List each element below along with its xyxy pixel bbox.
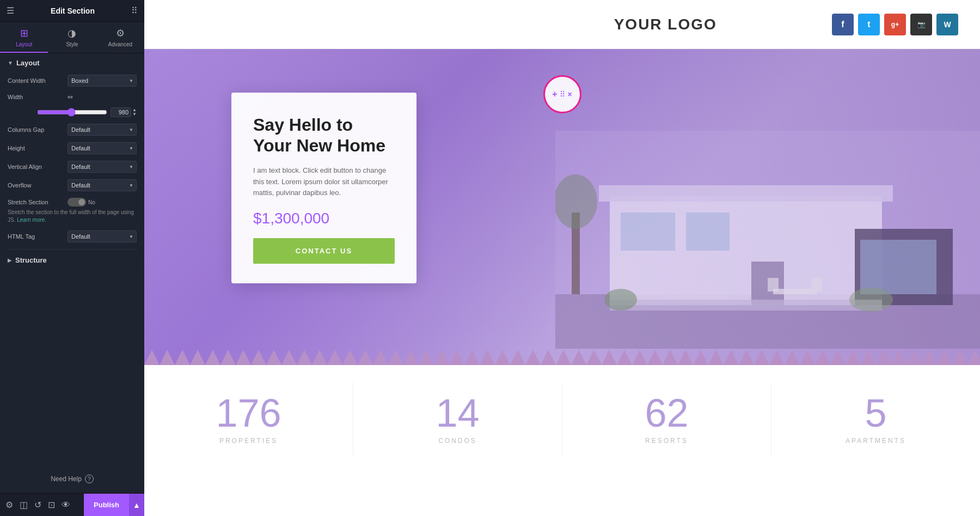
stats-section: 176 PROPERTIES 14 CONDOS 62 RESORTS 5 AP… bbox=[144, 365, 980, 472]
panel-content: ▼ Layout Content Width Boxed Width ⇔ bbox=[0, 53, 144, 516]
layers-icon[interactable]: ◫ bbox=[20, 500, 28, 510]
left-panel: ☰ Edit Section ⠿ ⊞ Layout ◑ Style ⚙ Adva… bbox=[0, 0, 144, 516]
toggle-track[interactable] bbox=[68, 198, 86, 207]
panel-title: Edit Section bbox=[51, 7, 95, 15]
main-content: YOUR LOGO f t g+ 📷 W bbox=[144, 0, 980, 516]
logo: YOUR LOGO bbox=[499, 16, 832, 33]
structure-header[interactable]: ▶ Structure bbox=[8, 256, 137, 264]
svg-point-13 bbox=[849, 288, 893, 312]
svg-rect-9 bbox=[610, 300, 882, 311]
zigzag-svg bbox=[144, 350, 980, 365]
tab-style[interactable]: ◑ Style bbox=[48, 22, 96, 53]
tab-advanced[interactable]: ⚙ Advanced bbox=[96, 22, 144, 53]
wordpress-button[interactable]: W bbox=[936, 14, 958, 35]
toggle-thumb bbox=[78, 199, 85, 205]
bottom-bar: ⚙ ◫ ↺ ⊡ 👁 Publish ▲ bbox=[0, 493, 144, 516]
vertical-align-select[interactable]: Default bbox=[68, 161, 137, 173]
svg-rect-18 bbox=[144, 350, 980, 365]
html-tag-select-wrapper: Default bbox=[68, 230, 137, 242]
spin-buttons: ▲ ▼ bbox=[132, 108, 137, 117]
stat-properties: 176 PROPERTIES bbox=[144, 383, 353, 456]
bottom-icons: ⚙ ◫ ↺ ⊡ 👁 bbox=[0, 500, 76, 510]
advanced-icon: ⚙ bbox=[116, 27, 125, 39]
eye-icon[interactable]: 👁 bbox=[62, 500, 70, 510]
svg-rect-3 bbox=[599, 185, 893, 202]
settings-icon[interactable]: ⚙ bbox=[5, 500, 13, 510]
hero-body: I am text block. Click edit button to ch… bbox=[253, 165, 395, 199]
site-header: YOUR LOGO f t g+ 📷 W bbox=[144, 0, 980, 49]
svg-rect-14 bbox=[773, 289, 817, 294]
hero-title: Say Hello to Your New Home bbox=[253, 114, 395, 156]
slider-value-box: ▲ ▼ bbox=[111, 107, 137, 117]
spin-down[interactable]: ▼ bbox=[132, 112, 137, 117]
structure-section: ▶ Structure bbox=[8, 249, 137, 264]
html-tag-row: HTML Tag Default bbox=[8, 230, 137, 242]
overflow-select-wrapper: Default bbox=[68, 179, 137, 191]
height-select[interactable]: Default bbox=[68, 142, 137, 154]
stat-resorts: 62 RESORTS bbox=[562, 383, 771, 456]
svg-rect-5 bbox=[860, 240, 936, 294]
template-icon[interactable]: ⊡ bbox=[48, 500, 55, 510]
publish-button[interactable]: Publish bbox=[84, 494, 129, 517]
learn-more-link[interactable]: Learn more. bbox=[17, 217, 46, 223]
social-icons: f t g+ 📷 W bbox=[832, 14, 958, 35]
columns-gap-select-wrapper: Default bbox=[68, 124, 137, 136]
slider-row: ▲ ▼ bbox=[8, 107, 137, 117]
columns-gap-select[interactable]: Default bbox=[68, 124, 137, 136]
chevron-down-icon: ▼ bbox=[8, 60, 13, 66]
vertical-align-select-wrapper: Default bbox=[68, 161, 137, 173]
vertical-align-row: Vertical Align Default bbox=[8, 161, 137, 173]
add-icon: + bbox=[552, 89, 557, 99]
overflow-row: Overflow Default bbox=[8, 179, 137, 191]
resize-icon: ⇔ bbox=[68, 93, 73, 101]
svg-rect-15 bbox=[768, 278, 779, 292]
svg-rect-6 bbox=[621, 213, 675, 251]
close-icon: × bbox=[568, 90, 572, 99]
stat-condos: 14 CONDOS bbox=[353, 383, 562, 456]
google-plus-button[interactable]: g+ bbox=[884, 14, 906, 35]
stretch-toggle: No bbox=[68, 198, 95, 207]
width-row: Width ⇔ bbox=[8, 93, 137, 101]
width-input[interactable] bbox=[111, 107, 131, 117]
svg-point-12 bbox=[604, 289, 637, 311]
hamburger-icon[interactable]: ☰ bbox=[7, 5, 14, 16]
content-width-select-wrapper: Boxed bbox=[68, 75, 137, 87]
svg-point-11 bbox=[555, 174, 597, 229]
hero-price: $1,300,000 bbox=[253, 210, 395, 227]
stretch-section-row: Stretch Section No bbox=[8, 198, 137, 207]
history-icon[interactable]: ↺ bbox=[34, 500, 41, 510]
height-select-wrapper: Default bbox=[68, 142, 137, 154]
width-slider[interactable] bbox=[37, 108, 107, 117]
columns-gap-row: Columns Gap Default bbox=[8, 124, 137, 136]
hero-card: Say Hello to Your New Home I am text blo… bbox=[231, 93, 416, 283]
float-control[interactable]: + ⠿ × bbox=[543, 75, 581, 113]
contact-us-button[interactable]: CONTACT US bbox=[253, 238, 395, 264]
html-tag-select[interactable]: Default bbox=[68, 230, 137, 242]
layout-section-header[interactable]: ▼ Layout bbox=[8, 59, 137, 67]
help-icon[interactable]: ? bbox=[85, 475, 94, 483]
chevron-right-icon: ▶ bbox=[8, 257, 12, 263]
tabs-row: ⊞ Layout ◑ Style ⚙ Advanced bbox=[0, 22, 144, 53]
layout-icon: ⊞ bbox=[20, 27, 28, 39]
expand-button[interactable]: ▲ bbox=[129, 494, 144, 517]
hero-section: + ⠿ × Say Hello to Your New Home I am te… bbox=[144, 49, 980, 365]
instagram-button[interactable]: 📷 bbox=[910, 14, 932, 35]
help-row: Need Help ? bbox=[0, 475, 144, 483]
facebook-button[interactable]: f bbox=[832, 14, 854, 35]
style-icon: ◑ bbox=[68, 27, 76, 39]
svg-rect-7 bbox=[686, 213, 730, 251]
tab-layout[interactable]: ⊞ Layout bbox=[0, 22, 48, 53]
svg-rect-16 bbox=[811, 278, 822, 292]
height-row: Height Default bbox=[8, 142, 137, 154]
stat-apartments: 5 APARTMENTS bbox=[771, 383, 980, 456]
stretch-hint: Stretch the section to the full width of… bbox=[8, 209, 137, 224]
house-svg bbox=[555, 131, 980, 349]
zigzag-bottom bbox=[144, 350, 980, 365]
twitter-button[interactable]: t bbox=[858, 14, 880, 35]
content-width-row: Content Width Boxed bbox=[8, 75, 137, 87]
content-width-select[interactable]: Boxed bbox=[68, 75, 137, 87]
overflow-select[interactable]: Default bbox=[68, 179, 137, 191]
panel-header: ☰ Edit Section ⠿ bbox=[0, 0, 144, 22]
drag-icon: ⠿ bbox=[560, 90, 566, 99]
grid-icon[interactable]: ⠿ bbox=[131, 5, 138, 16]
